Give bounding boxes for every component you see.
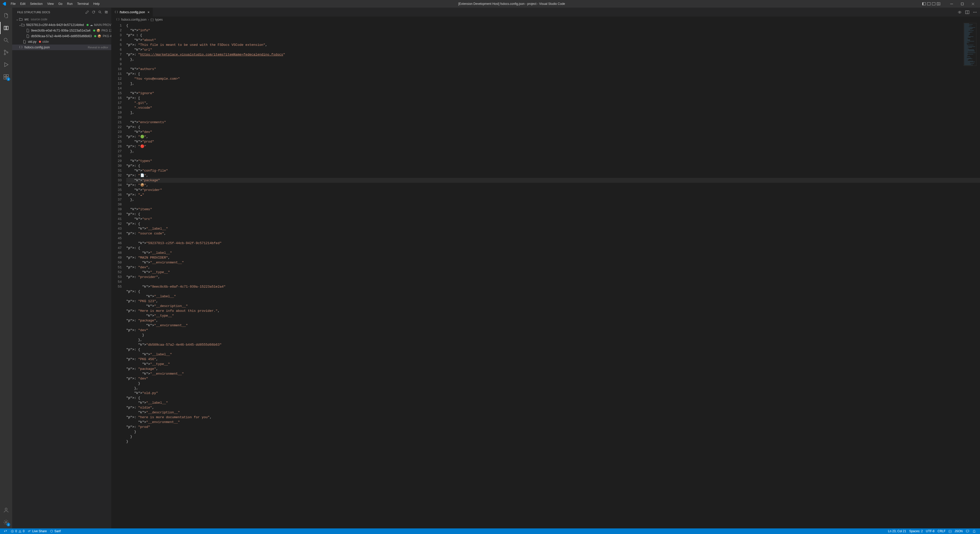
menu-file[interactable]: File	[9, 1, 18, 6]
status-eol[interactable]: CRLF	[936, 528, 947, 534]
activity-run-debug[interactable]	[0, 59, 12, 71]
env-dot-icon	[86, 24, 89, 26]
activity-manage[interactable]: 1	[0, 516, 12, 528]
status-encoding[interactable]: UTF-8	[924, 528, 936, 534]
window-minimize[interactable]	[947, 0, 956, 8]
tree-item-oldpy[interactable]: old.py oldie	[12, 39, 111, 44]
type-icon: ☁	[90, 23, 93, 27]
toggle-secondary-sidebar-icon[interactable]	[931, 2, 936, 6]
env-dot-icon	[93, 30, 95, 32]
tree-badge: ☁ MAIN PROVIDER	[86, 23, 111, 27]
svg-point-28	[959, 12, 960, 13]
svg-rect-9	[950, 4, 953, 4]
window-close[interactable]	[968, 0, 978, 8]
svg-rect-5	[934, 3, 935, 5]
menu-view[interactable]: View	[45, 1, 56, 6]
status-notifications-icon[interactable]	[971, 528, 977, 534]
more-icon[interactable]	[973, 10, 977, 14]
tree-label: fsdocs.config.json	[24, 46, 49, 49]
status-language[interactable]: JSON	[953, 528, 964, 534]
chevron-down-icon: ⌄	[19, 24, 21, 27]
status-sarif-label: Sarif	[54, 529, 61, 533]
file-icon	[26, 29, 30, 33]
toggle-panel-icon[interactable]	[926, 2, 931, 6]
reveal-in-editor[interactable]: Reveal in editor	[88, 46, 108, 49]
svg-rect-1	[923, 3, 923, 5]
tree-label: src	[24, 17, 29, 21]
svg-line-23	[100, 13, 101, 13]
editor-area: fsdocs.config.json × fsdocs.config.json …	[111, 8, 980, 528]
menu-run[interactable]: Run	[65, 1, 75, 6]
svg-point-33	[976, 12, 977, 12]
tree-item-provider[interactable]: ⌄ 59237813-c25f-44cb-942f-9c571214bfed ☁…	[12, 22, 111, 28]
tree-item-pkg123[interactable]: 9eec0c6b-e0af-4c71-939a-15223a51e2a4 📦 P…	[12, 28, 111, 33]
status-feedback-icon[interactable]	[964, 528, 971, 534]
activity-bar: 1 1	[0, 8, 12, 528]
sidebar-settings-icon[interactable]	[104, 10, 108, 14]
file-icon	[26, 34, 30, 38]
line-gutter: 1234567891011121314151617181920212223242…	[111, 23, 126, 528]
tree-description: source code	[31, 17, 47, 21]
code-editor[interactable]: { "k">"info""p"> : { "k">"about""p">: "T…	[126, 23, 980, 528]
close-icon[interactable]: ×	[147, 10, 150, 14]
menu-help[interactable]: Help	[91, 1, 102, 6]
status-warnings: 0	[23, 529, 25, 533]
badge-label: MAIN PROVIDER	[94, 23, 111, 27]
tree-item-config[interactable]: fsdocs.config.json Reveal in editor	[12, 44, 111, 50]
preview-icon[interactable]	[958, 10, 962, 14]
svg-point-37	[28, 531, 30, 532]
activity-fsdocs[interactable]	[0, 22, 12, 34]
svg-rect-19	[6, 75, 8, 76]
window-title: [Extension Development Host] fsdocs.conf…	[102, 2, 922, 6]
folder-icon	[21, 23, 25, 27]
breadcrumb-path[interactable]: types	[155, 18, 163, 21]
activity-extensions[interactable]: 1	[0, 71, 12, 83]
menu-go[interactable]: Go	[56, 1, 64, 6]
svg-point-27	[107, 12, 107, 13]
sidebar-edit-icon[interactable]	[85, 10, 89, 14]
breadcrumb[interactable]: fsdocs.config.json › { } types	[111, 16, 980, 23]
status-brackets[interactable]: { }	[947, 528, 953, 534]
vscode-logo-icon	[2, 2, 6, 6]
svg-point-36	[20, 532, 20, 532]
activity-explorer[interactable]	[0, 10, 12, 22]
tree-item-pkg456[interactable]: db509caa-57a2-4e46-b445-dd8555d66b63 📦 P…	[12, 33, 111, 39]
status-live-share-label: Live Share	[32, 529, 46, 533]
status-indent[interactable]: Spaces: 2	[908, 528, 924, 534]
activity-search[interactable]	[0, 34, 12, 46]
status-sarif[interactable]: Sarif	[48, 528, 62, 534]
sidebar-search-icon[interactable]	[98, 10, 102, 14]
activity-source-control[interactable]	[0, 46, 12, 59]
file-tree: ⌄ src source code ⌄ 59237813-c25f-44cb-9…	[12, 16, 111, 528]
svg-rect-3	[927, 4, 931, 5]
svg-rect-10	[961, 3, 964, 5]
split-editor-icon[interactable]	[965, 10, 969, 14]
env-dot-icon	[94, 35, 96, 37]
svg-rect-16	[4, 75, 6, 76]
customize-layout-icon[interactable]	[936, 2, 941, 6]
chevron-down-icon: ⌄	[15, 18, 19, 21]
sidebar-refresh-icon[interactable]	[92, 10, 95, 14]
folder-icon	[19, 17, 23, 21]
status-cursor[interactable]: Ln 23, Col 21	[886, 528, 908, 534]
toggle-primary-sidebar-icon[interactable]	[922, 2, 926, 6]
menu-edit[interactable]: Edit	[18, 1, 27, 6]
json-icon	[115, 10, 118, 14]
svg-point-13	[4, 50, 6, 51]
activity-accounts[interactable]	[0, 504, 12, 516]
menu-terminal[interactable]: Terminal	[75, 1, 91, 6]
activity-manage-badge: 1	[6, 523, 10, 526]
status-live-share[interactable]: Live Share	[26, 528, 48, 534]
window-maximize[interactable]	[957, 0, 967, 8]
tree-item-src[interactable]: ⌄ src source code	[12, 16, 111, 22]
chevron-right-icon: ›	[148, 18, 149, 21]
minimap[interactable]	[964, 23, 977, 74]
menu-selection[interactable]: Selection	[28, 1, 45, 6]
tree-label: 9eec0c6b-e0af-4c71-939a-15223a51e2a4	[31, 29, 91, 32]
status-problems[interactable]: 0 0	[9, 528, 26, 534]
sidebar: FILE STRUCTURE DOCS ⌄ src source code ⌄ …	[12, 8, 111, 528]
editor-tab[interactable]: fsdocs.config.json ×	[111, 8, 153, 16]
status-remote[interactable]	[3, 528, 9, 534]
svg-point-11	[4, 38, 7, 41]
breadcrumb-file[interactable]: fsdocs.config.json	[121, 18, 146, 21]
